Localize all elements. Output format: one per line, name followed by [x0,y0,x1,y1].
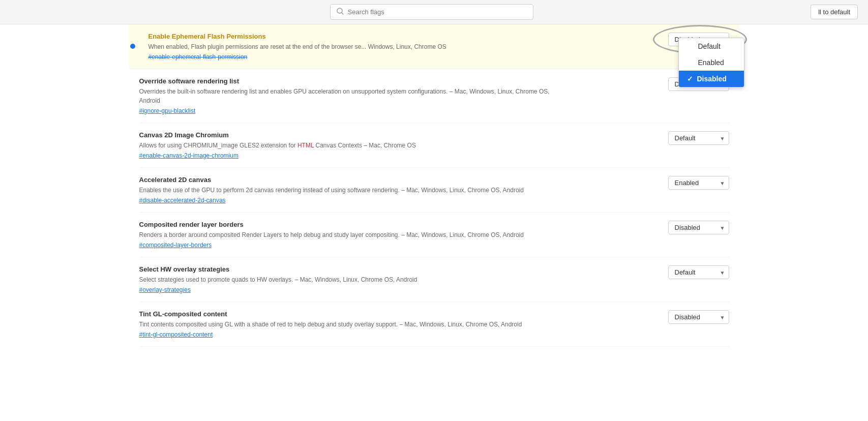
flag-item-enable-canvas-2d-image-chromium: Canvas 2D Image ChromiumAllows for using… [139,123,729,168]
flag-description: Overrides the built-in software renderin… [139,87,556,105]
search-input[interactable] [348,8,527,16]
flag-description: Select strategies used to promote quads … [139,275,556,284]
flag-item-ignore-gpu-blacklist: Override software rendering listOverride… [139,69,729,123]
flag-name: Composited render layer borders [139,221,556,228]
flag-select-tint-gl-composited-content[interactable]: DefaultEnabledDisabled [668,310,729,324]
flag-control-disable-accelerated-2d-canvas: DefaultEnabledDisabled▼ [668,176,729,190]
reset-button[interactable]: ll to default [811,5,858,19]
top-bar: ll to default [0,0,868,24]
select-wrapper-tint-gl-composited-content: DefaultEnabledDisabled▼ [668,310,729,324]
select-wrapper-disable-accelerated-2d-canvas: DefaultEnabledDisabled▼ [668,176,729,190]
html-link: HTML [297,142,314,149]
flag-name: Tint GL-composited content [139,310,556,318]
main-content: Enable Ephemeral Flash PermissionsWhen e… [129,24,739,347]
flag-indicator-dot [130,44,135,49]
flag-item-enable-ephemeral-flash-permission: Enable Ephemeral Flash PermissionsWhen e… [129,24,739,69]
flag-link[interactable]: #composited-layer-borders [139,242,556,249]
select-wrapper-enable-canvas-2d-image-chromium: DefaultEnabledDisabled▼ [668,131,729,145]
dropdown-item-disabled[interactable]: ✓Disabled [679,71,744,87]
flag-info-composited-layer-borders: Composited render layer bordersRenders a… [139,221,556,249]
flag-description: Allows for using CHROMIUM_image GLES2 ex… [139,141,556,150]
flag-name: Accelerated 2D canvas [139,176,556,184]
flag-description: Tint contents composited using GL with a… [139,320,556,329]
flag-link[interactable]: #disable-accelerated-2d-canvas [139,197,556,204]
flag-description: When enabled, Flash plugin permissions a… [148,42,556,51]
flag-link[interactable]: #tint-gl-composited-content [139,331,556,338]
flag-control-enable-ephemeral-flash-permission: DefaultEnabledDisabled▼DefaultEnabled✓Di… [668,33,729,46]
flag-link[interactable]: #enable-canvas-2d-image-chromium [139,152,556,159]
flag-link[interactable]: #overlay-strategies [139,286,556,293]
checkmark-icon: ✓ [687,75,693,83]
flags-container: Enable Ephemeral Flash PermissionsWhen e… [139,24,729,347]
flag-item-overlay-strategies: Select HW overlay strategiesSelect strat… [139,257,729,302]
flag-select-composited-layer-borders[interactable]: DefaultEnabledDisabled [668,221,729,234]
flag-control-enable-canvas-2d-image-chromium: DefaultEnabledDisabled▼ [668,131,729,145]
flag-item-tint-gl-composited-content: Tint GL-composited contentTint contents … [139,302,729,347]
flag-control-composited-layer-borders: DefaultEnabledDisabled▼ [668,221,729,234]
flag-name: Canvas 2D Image Chromium [139,131,556,139]
dropdown-overlay: DefaultEnabled✓Disabled [678,38,744,87]
flag-info-overlay-strategies: Select HW overlay strategiesSelect strat… [139,265,556,293]
svg-line-1 [342,13,343,14]
flag-item-disable-accelerated-2d-canvas: Accelerated 2D canvasEnables the use of … [139,168,729,213]
flag-info-ignore-gpu-blacklist: Override software rendering listOverride… [139,77,556,114]
search-container [330,4,533,20]
flag-select-overlay-strategies[interactable]: DefaultEnabledDisabled [668,265,729,279]
dropdown-item-enabled[interactable]: Enabled [679,54,744,71]
dropdown-wrapper: DefaultEnabledDisabled▼DefaultEnabled✓Di… [668,33,729,46]
flag-info-tint-gl-composited-content: Tint GL-composited contentTint contents … [139,310,556,338]
flag-link[interactable]: #ignore-gpu-blacklist [139,107,556,114]
flag-description: Enables the use of the GPU to perform 2d… [139,186,556,195]
flag-control-tint-gl-composited-content: DefaultEnabledDisabled▼ [668,310,729,324]
select-wrapper-composited-layer-borders: DefaultEnabledDisabled▼ [668,221,729,234]
flag-control-overlay-strategies: DefaultEnabledDisabled▼ [668,265,729,279]
flag-info-enable-canvas-2d-image-chromium: Canvas 2D Image ChromiumAllows for using… [139,131,556,159]
flag-info-enable-ephemeral-flash-permission: Enable Ephemeral Flash PermissionsWhen e… [139,33,556,61]
flag-description: Renders a border around composited Rende… [139,230,556,239]
flag-item-composited-layer-borders: Composited render layer bordersRenders a… [139,213,729,257]
search-icon [337,8,344,16]
flag-link[interactable]: #enable-ephemeral-flash-permission [148,53,556,61]
flag-name: Enable Ephemeral Flash Permissions [148,33,556,40]
flag-info-disable-accelerated-2d-canvas: Accelerated 2D canvasEnables the use of … [139,176,556,204]
flag-name: Select HW overlay strategies [139,265,556,273]
flag-select-enable-canvas-2d-image-chromium[interactable]: DefaultEnabledDisabled [668,131,729,145]
select-wrapper-overlay-strategies: DefaultEnabledDisabled▼ [668,265,729,279]
flag-select-disable-accelerated-2d-canvas[interactable]: DefaultEnabledDisabled [668,176,729,190]
dropdown-item-default[interactable]: Default [679,38,744,54]
dropdown-container: DefaultEnabled✓Disabled [678,38,744,87]
flag-name: Override software rendering list [139,77,556,85]
